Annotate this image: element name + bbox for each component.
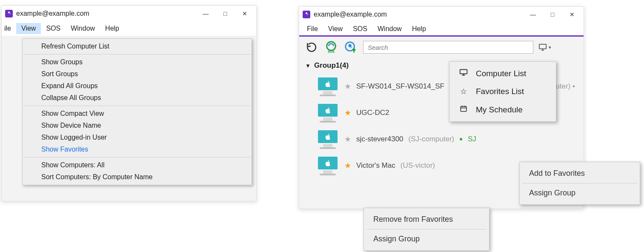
favorite-star-icon[interactable]: ★ xyxy=(344,135,351,144)
computer-icon xyxy=(316,77,339,96)
app-icon xyxy=(303,11,310,18)
menu-file[interactable]: File xyxy=(302,23,323,34)
favorite-star-icon[interactable]: ★ xyxy=(344,161,351,170)
collapse-triangle-icon: ▼ xyxy=(305,63,311,69)
view-mode-button[interactable]: ▾ xyxy=(538,43,551,51)
app-window-left: example@example.com — □ ✕ ileViewSOSWind… xyxy=(1,6,257,201)
menubar: ileViewSOSWindowHelp xyxy=(2,21,256,36)
sos-button[interactable]: SOS xyxy=(324,40,338,54)
titlebar: example@example.com — □ ✕ xyxy=(299,7,584,22)
separator xyxy=(522,183,637,183)
favorite-star-icon[interactable]: ★ xyxy=(344,108,351,117)
menu-ile[interactable]: ile xyxy=(2,23,16,34)
computer-icon xyxy=(316,103,339,123)
separator xyxy=(23,54,251,54)
menu-item[interactable]: Show Logged-in User xyxy=(23,132,252,143)
view-mode-popup: Computer List ☆ Favorites List My Schedu… xyxy=(449,61,556,122)
calendar-icon xyxy=(459,105,468,115)
menu-view[interactable]: View xyxy=(323,23,348,34)
menu-window[interactable]: Window xyxy=(372,23,407,34)
menu-item[interactable]: Show Groups xyxy=(23,56,252,68)
refresh-button[interactable] xyxy=(304,40,319,54)
menu-item[interactable]: Collapse All Groups xyxy=(23,92,252,104)
toolbar: SOS ▾ xyxy=(299,37,584,58)
window-title: example@example.com xyxy=(314,11,387,18)
computer-name: Victor's Mac xyxy=(356,161,395,170)
minimize-button[interactable]: — xyxy=(523,8,543,21)
menu-item[interactable]: Show Favorites xyxy=(23,143,252,155)
maximize-button[interactable]: □ xyxy=(215,7,235,20)
star-outline-icon: ☆ xyxy=(459,87,468,96)
view-popup-item-favorites-list[interactable]: ☆ Favorites List xyxy=(449,83,556,100)
context-menu-add-favorites: Add to Favorites Assign Group xyxy=(519,162,640,205)
logged-in-user: SJ xyxy=(468,135,476,143)
monitor-icon xyxy=(459,69,468,78)
chevron-down-icon: ▾ xyxy=(549,45,551,50)
computer-subtitle: (SJ-computer) xyxy=(409,135,455,143)
menu-view[interactable]: View xyxy=(16,23,41,34)
menubar: FileViewSOSWindowHelp xyxy=(299,22,584,37)
menu-item[interactable]: Show Compact View xyxy=(23,108,252,120)
context-menu-remove-favorites: Remove from Favorites Assign Group xyxy=(364,208,489,251)
group-label: Group1(4) xyxy=(314,61,349,70)
app-icon xyxy=(5,10,13,17)
label: Favorites List xyxy=(476,87,524,96)
computer-row[interactable]: ★sjc-stever4300(SJ-computer)•SJ xyxy=(299,126,584,152)
computer-icon xyxy=(316,156,339,175)
search-input[interactable] xyxy=(363,41,533,54)
menu-help[interactable]: Help xyxy=(407,23,431,34)
titlebar: example@example.com — □ ✕ xyxy=(2,6,256,21)
svg-text:SOS: SOS xyxy=(328,50,335,54)
ctx-item-remove-from-favorites[interactable]: Remove from Favorites xyxy=(364,211,489,228)
menu-item[interactable]: Refresh Computer List xyxy=(23,40,252,52)
view-menu-dropdown: Refresh Computer ListShow GroupsSort Gro… xyxy=(22,38,252,185)
close-button[interactable]: ✕ xyxy=(562,8,582,21)
menu-item[interactable]: Show Device Name xyxy=(23,120,252,132)
computer-name: sjc-stever4300 xyxy=(356,135,404,143)
ctx-item-add-to-favorites[interactable]: Add to Favorites xyxy=(520,165,640,182)
label: Computer List xyxy=(476,69,526,78)
svg-rect-5 xyxy=(461,106,467,112)
deploy-button[interactable] xyxy=(343,40,358,54)
menu-sos[interactable]: SOS xyxy=(348,23,372,34)
close-button[interactable]: ✕ xyxy=(235,7,255,20)
favorite-star-icon[interactable]: ★ xyxy=(344,82,351,91)
window-title: example@example.com xyxy=(16,10,89,17)
label: My Schedule xyxy=(476,105,523,115)
minimize-button[interactable]: — xyxy=(196,7,215,20)
menu-item[interactable]: Sort Groups xyxy=(23,68,252,80)
separator xyxy=(23,106,251,106)
menu-sos[interactable]: SOS xyxy=(41,23,66,34)
svg-rect-4 xyxy=(460,69,467,74)
separator xyxy=(366,229,487,229)
computer-name: SF-WS014_SF-WS014_SF xyxy=(356,82,444,91)
menu-item[interactable]: Sort Computers: By Computer Name xyxy=(23,171,252,183)
svg-rect-3 xyxy=(539,44,546,49)
computer-icon xyxy=(316,129,339,149)
svg-point-0 xyxy=(327,42,336,51)
menu-help[interactable]: Help xyxy=(100,23,124,34)
menu-item[interactable]: Show Computers: All xyxy=(23,159,252,171)
menu-item[interactable]: Expand All Groups xyxy=(23,80,252,92)
ctx-item-assign-group[interactable]: Assign Group xyxy=(520,184,640,202)
view-popup-item-computer-list[interactable]: Computer List xyxy=(449,64,556,83)
view-popup-item-my-schedule[interactable]: My Schedule xyxy=(449,100,556,119)
truncated-text: uter) • xyxy=(555,82,578,91)
ctx-item-assign-group[interactable]: Assign Group xyxy=(364,230,489,248)
computer-name: UGC-DC2 xyxy=(356,109,389,117)
computer-subtitle: (US-victor) xyxy=(401,161,435,170)
menu-window[interactable]: Window xyxy=(66,23,100,34)
maximize-button[interactable]: □ xyxy=(543,8,562,21)
separator xyxy=(23,157,251,158)
